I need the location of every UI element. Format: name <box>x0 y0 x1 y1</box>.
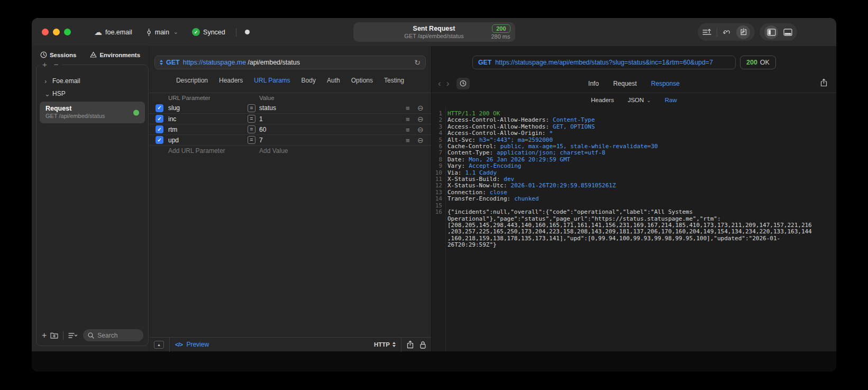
duration-label: 280 ms <box>491 33 510 40</box>
param-name-field[interactable]: inc <box>168 115 248 123</box>
new-request-button[interactable]: + <box>42 332 47 339</box>
response-status-badge: 200 OK <box>740 56 776 69</box>
row-drag-handle-icon[interactable]: ≡ <box>406 137 410 144</box>
url-host[interactable]: https://statuspage.me <box>183 59 246 66</box>
cloud-icon: ☁ <box>94 28 102 36</box>
sort-list-icon[interactable] <box>68 332 78 339</box>
remove-row-icon[interactable]: ⊖ <box>417 104 424 112</box>
method-stepper-icon[interactable] <box>160 60 163 65</box>
remove-row-icon[interactable]: ⊖ <box>417 125 424 134</box>
param-value-field[interactable]: 60 <box>259 126 406 133</box>
header-name: Transfer-Encoding: <box>447 195 510 202</box>
toggle-sidebar-icon[interactable] <box>764 25 778 39</box>
subtab-json[interactable]: JSON⌄ <box>628 97 651 103</box>
branch-switcher[interactable]: main ⌄ <box>146 29 178 36</box>
subtab-raw[interactable]: Raw <box>665 97 677 103</box>
search-input[interactable]: Search <box>83 329 143 341</box>
loop-request-icon[interactable] <box>723 29 731 35</box>
tab-environments[interactable]: Environments <box>90 51 140 58</box>
tab-response[interactable]: Response <box>651 80 680 87</box>
tab-info[interactable]: Info <box>588 80 599 87</box>
tab-sessions[interactable]: Sessions <box>40 51 77 58</box>
resend-to-editor-icon[interactable] <box>736 25 750 39</box>
param-rows: ✓ slug = status ≡ ⊖ ✓ inc = 1 <box>149 103 431 145</box>
zoom-window-button[interactable] <box>64 29 71 35</box>
share-icon[interactable] <box>407 340 414 349</box>
tree-group-hsp[interactable]: ⌄ HSP <box>36 87 148 100</box>
header-value: close <box>490 189 507 196</box>
tree-group-foe-email[interactable]: › Foe.email <box>36 75 148 87</box>
method-label[interactable]: GET <box>166 59 180 66</box>
param-row[interactable]: ✓ rtm = 60 ≡ ⊖ <box>149 124 431 134</box>
sent-request-summary[interactable]: Sent Request GET /api/embed/status 200 2… <box>353 22 515 42</box>
row-drag-handle-icon[interactable]: ≡ <box>406 126 410 134</box>
column-header-value: Value <box>259 95 406 101</box>
export-request-icon[interactable] <box>702 29 711 36</box>
param-value-field[interactable]: 1 <box>259 115 406 123</box>
request-list-item-selected[interactable]: Request GET /api/embed/status <box>40 102 145 123</box>
url-path[interactable]: /api/embed/status <box>248 59 300 66</box>
param-value-field[interactable]: status <box>259 104 406 112</box>
synced-check-icon: ✓ <box>192 28 200 36</box>
param-name-field[interactable]: rtm <box>168 126 248 133</box>
history-button[interactable] <box>456 78 470 89</box>
tab-url-params[interactable]: URL Params <box>254 77 290 84</box>
param-row[interactable]: ✓ inc = 1 ≡ ⊖ <box>149 113 431 124</box>
tab-options[interactable]: Options <box>351 77 373 84</box>
tab-headers[interactable]: Headers <box>219 77 243 84</box>
add-param-label[interactable]: Add URL Parameter <box>168 147 248 155</box>
close-window-button[interactable] <box>42 29 49 35</box>
line-number: 7 <box>434 150 442 156</box>
toggle-bottom-panel-icon[interactable] <box>783 29 792 36</box>
tab-description[interactable]: Description <box>176 77 208 84</box>
param-name-field[interactable]: slug <box>168 104 248 112</box>
tab-auth[interactable]: Auth <box>327 77 340 84</box>
lock-icon[interactable] <box>419 341 426 349</box>
param-enabled-checkbox[interactable]: ✓ <box>156 104 163 112</box>
row-drag-handle-icon[interactable]: ≡ <box>406 104 410 112</box>
row-drag-handle-icon[interactable]: ≡ <box>406 115 410 123</box>
tab-body[interactable]: Body <box>301 77 316 84</box>
search-icon <box>88 332 94 339</box>
param-row[interactable]: ✓ upd = 7 ≡ ⊖ <box>149 134 431 145</box>
reload-icon[interactable]: ↻ <box>414 58 421 67</box>
line-number: 2 <box>434 117 442 123</box>
header-value: 1.1 Caddy <box>465 169 497 176</box>
sync-status[interactable]: ✓ Synced <box>192 28 225 36</box>
param-value-field[interactable]: 7 <box>259 137 406 144</box>
protocol-select[interactable]: HTTP <box>374 341 396 348</box>
add-value-label[interactable]: Add Value <box>259 147 406 155</box>
new-folder-icon[interactable] <box>50 332 58 339</box>
minimize-window-button[interactable] <box>53 29 60 35</box>
header-name: Access-Control-Allow-Methods: <box>447 123 549 130</box>
tab-testing[interactable]: Testing <box>384 77 404 84</box>
remove-row-icon[interactable]: ⊖ <box>417 136 424 144</box>
add-param-row[interactable]: Add URL Parameter Add Value <box>149 145 431 156</box>
collapse-panel-icon[interactable]: ▲ <box>154 341 164 349</box>
param-name-field[interactable]: upd <box>168 137 248 144</box>
remove-session-button[interactable]: − <box>54 60 59 69</box>
gutter-divider <box>445 107 446 351</box>
tab-request[interactable]: Request <box>613 80 637 87</box>
response-line: 12 X-Status-Now-Utc:2026-01-26T20:29:59.… <box>434 183 830 189</box>
response-method: GET <box>478 59 491 66</box>
subtab-headers[interactable]: Headers <box>591 97 614 103</box>
remove-row-icon[interactable]: ⊖ <box>417 115 424 123</box>
param-enabled-checkbox[interactable]: ✓ <box>156 125 163 133</box>
param-enabled-checkbox[interactable]: ✓ <box>156 115 163 123</box>
request-url-bar[interactable]: GET https://statuspage.me/api/embed/stat… <box>154 56 426 69</box>
add-session-button[interactable]: + <box>42 60 47 69</box>
preview-button[interactable]: </> Preview <box>175 341 209 348</box>
project-switcher[interactable]: ☁ foe.email <box>94 28 132 36</box>
response-url-bar[interactable]: GET https://statuspage.me/api/embed/stat… <box>472 56 736 69</box>
param-row[interactable]: ✓ slug = status ≡ ⊖ <box>149 103 431 113</box>
param-enabled-checkbox[interactable]: ✓ <box>156 136 163 144</box>
app-window: ☁ foe.email main ⌄ ✓ Synced Sent Request… <box>32 18 836 371</box>
share-response-icon[interactable] <box>820 78 827 89</box>
header-value: h3=":443"; ma=2592000 <box>479 137 553 143</box>
history-back-icon[interactable]: ‹ <box>438 78 441 89</box>
response-line: 6 Cache-Control:public, max-age=15, stal… <box>434 143 830 150</box>
raw-response-view[interactable]: 1 HTTP/1.1 200 OK 2 Access-Control-Allow… <box>432 107 836 351</box>
history-forward-icon[interactable]: › <box>446 78 450 89</box>
editor-tabs: Description Headers URL Params Body Auth… <box>149 69 431 91</box>
